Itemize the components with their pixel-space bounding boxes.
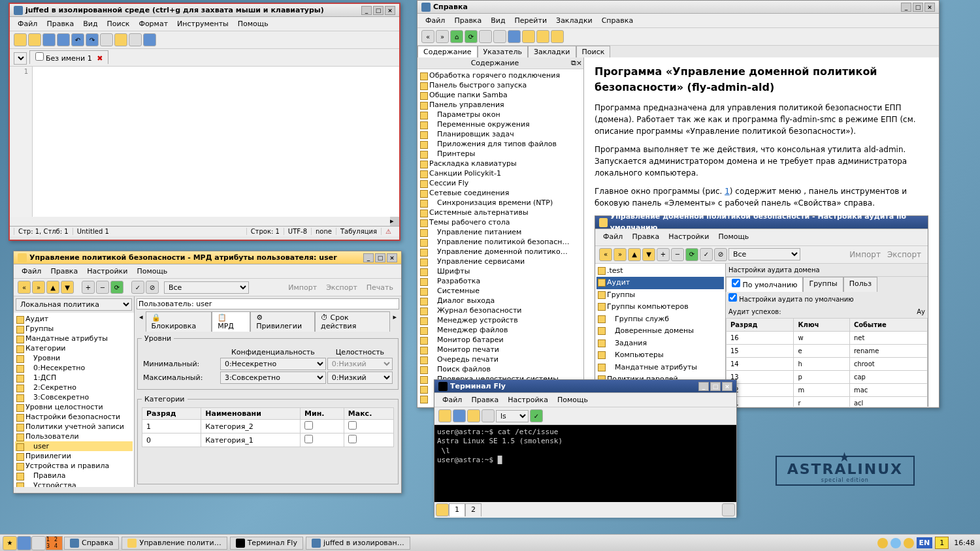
tree-item[interactable]: Журнал безопасности: [419, 306, 582, 315]
menu-file[interactable]: Файл: [14, 18, 41, 29]
maximize-button[interactable]: □: [373, 6, 384, 15]
tree-item[interactable]: Менеджер файлов: [419, 325, 582, 335]
tree-item[interactable]: Группы служб: [596, 313, 724, 326]
tree-item[interactable]: Переменные окружения: [419, 119, 582, 129]
menu-search[interactable]: Поиск: [103, 18, 134, 29]
menu-settings[interactable]: Настройка: [504, 394, 552, 405]
undo-icon[interactable]: ↶: [71, 33, 84, 46]
minimize-button[interactable]: _: [901, 3, 911, 12]
tree-item[interactable]: Сетевые соединения: [419, 188, 582, 198]
refresh-icon[interactable]: ⟳: [110, 281, 123, 294]
nav-up-icon[interactable]: ▲: [46, 281, 59, 294]
minimize-button[interactable]: _: [363, 253, 374, 262]
run-icon[interactable]: ✓: [530, 409, 543, 422]
tree-item[interactable]: Параметры окон: [419, 110, 582, 119]
close-tab-icon[interactable]: [453, 409, 466, 422]
print-button[interactable]: Печать: [363, 283, 397, 292]
terminal-output[interactable]: user@astra:~$ cat /etc/issue Astra Linux…: [434, 425, 736, 502]
tree-item[interactable]: Мандатные атрибуты: [15, 334, 133, 343]
tree-item[interactable]: Уровни: [15, 353, 133, 363]
tree-item[interactable]: Шрифты: [419, 266, 582, 276]
task-juffed[interactable]: juffed в изолирован…: [306, 537, 410, 550]
menu-format[interactable]: Формат: [135, 18, 172, 29]
tab-checkbox[interactable]: [35, 52, 44, 61]
close-button[interactable]: ×: [722, 382, 732, 391]
close-button[interactable]: ×: [387, 253, 397, 262]
start-button[interactable]: ★: [3, 536, 17, 550]
home-icon[interactable]: ⌂: [450, 30, 463, 43]
cancel-icon[interactable]: ⊘: [146, 281, 159, 294]
tree-item[interactable]: Панель управления: [419, 100, 582, 110]
tree-item[interactable]: Компьютеры: [596, 349, 724, 362]
tree-item[interactable]: Аудит: [596, 277, 724, 289]
doc-selector[interactable]: [14, 52, 27, 65]
panel-detach-icon[interactable]: ⧉: [571, 59, 576, 67]
nav-back-icon[interactable]: «: [421, 30, 434, 43]
conf-min-combo[interactable]: 0:Несекретно: [220, 358, 326, 370]
tree-item[interactable]: Уровни целостности: [15, 402, 133, 412]
tree-item[interactable]: Категории: [15, 343, 133, 353]
tab-privileges[interactable]: ⚙ Привилегии: [250, 311, 315, 332]
menu-help[interactable]: Помощь: [553, 394, 592, 405]
tree-item[interactable]: Системные: [419, 286, 582, 296]
menu-bookmarks[interactable]: Закладки: [552, 15, 596, 26]
maximize-button[interactable]: □: [913, 3, 923, 12]
menu-view[interactable]: Вид: [79, 18, 101, 29]
tree-item[interactable]: 3:Совсекретно: [15, 392, 133, 402]
tree-item[interactable]: Монитор печати: [419, 345, 582, 354]
tree-item[interactable]: Санкции Policykit-1: [419, 168, 582, 178]
tree-item[interactable]: Панель быстрого запуска: [419, 80, 582, 90]
save-icon[interactable]: [42, 33, 56, 46]
tree-item[interactable]: Сессии Fly: [419, 178, 582, 188]
tree-item[interactable]: Пользователи: [15, 432, 133, 441]
tree-item[interactable]: Доверенные домены: [596, 325, 724, 338]
tree-item[interactable]: Монитор батареи: [419, 335, 582, 345]
menu-go[interactable]: Перейти: [511, 15, 551, 26]
tree-item[interactable]: 0:Несекретно: [15, 363, 133, 373]
menu-edit[interactable]: Правка: [467, 394, 502, 405]
tree-item[interactable]: Настройки безопасности: [15, 412, 133, 422]
tree-item[interactable]: .test: [596, 265, 724, 277]
tree-item[interactable]: Принтеры: [419, 149, 582, 159]
command-combo[interactable]: ls: [496, 410, 529, 422]
tree-item[interactable]: Раскладка клавиатуры: [419, 159, 582, 168]
tray-updates-icon[interactable]: [877, 538, 888, 548]
find-icon[interactable]: [143, 33, 156, 46]
panel-close-icon[interactable]: ×: [576, 59, 582, 67]
tree-item[interactable]: Приложения для типов файлов: [419, 139, 582, 149]
terminal-tab-1[interactable]: 1: [449, 503, 465, 516]
tree-item[interactable]: Группы компьютеров: [596, 301, 724, 313]
nav-fwd-icon[interactable]: »: [32, 281, 45, 294]
tree-item[interactable]: Группы: [596, 289, 724, 302]
import-button[interactable]: Импорт: [284, 283, 321, 292]
menu-help[interactable]: Справка: [598, 15, 637, 26]
tab-menu-icon[interactable]: [722, 503, 735, 516]
tree-item[interactable]: Устройства и правила: [15, 461, 133, 471]
terminal-tab-2[interactable]: 2: [465, 503, 482, 516]
nav-tab-contents[interactable]: Содержание: [417, 46, 478, 57]
tab-expiry[interactable]: ⏱ Срок действия: [315, 311, 390, 332]
task-terminal[interactable]: Терминал Fly: [230, 537, 303, 550]
print-icon[interactable]: [493, 30, 506, 43]
tree-item[interactable]: Разработка: [419, 276, 582, 286]
tray-keyboard-lang[interactable]: EN: [917, 537, 933, 548]
tree-item[interactable]: Общие папки Samba: [419, 90, 582, 100]
menu-edit[interactable]: Правка: [46, 266, 82, 277]
tree-item[interactable]: Мандатные атрибуты: [596, 362, 724, 374]
remove-icon[interactable]: −: [96, 281, 109, 294]
tray-workspace-badge[interactable]: 1: [935, 537, 949, 549]
task-help[interactable]: Справка: [64, 537, 119, 550]
nav-tab-search[interactable]: Поиск: [576, 46, 611, 57]
menu-file[interactable]: Файл: [18, 266, 45, 277]
new-tab-icon[interactable]: [438, 409, 451, 422]
menu-edit[interactable]: Правка: [42, 18, 78, 29]
tree-item[interactable]: Управление доменной политико…: [419, 247, 582, 257]
menu-edit[interactable]: Правка: [450, 15, 485, 26]
tab-list-icon[interactable]: [436, 503, 449, 516]
tree-item[interactable]: Синхронизация времени (NTP): [419, 198, 582, 208]
redo-icon[interactable]: ↷: [86, 33, 99, 46]
tree-item[interactable]: Планировщик задач: [419, 129, 582, 139]
juffed-titlebar[interactable]: juffed в изолированной среде (ctrl+g для…: [10, 4, 399, 17]
tree-item[interactable]: Управление питанием: [419, 227, 582, 237]
nav-down-icon[interactable]: ▼: [61, 281, 74, 294]
